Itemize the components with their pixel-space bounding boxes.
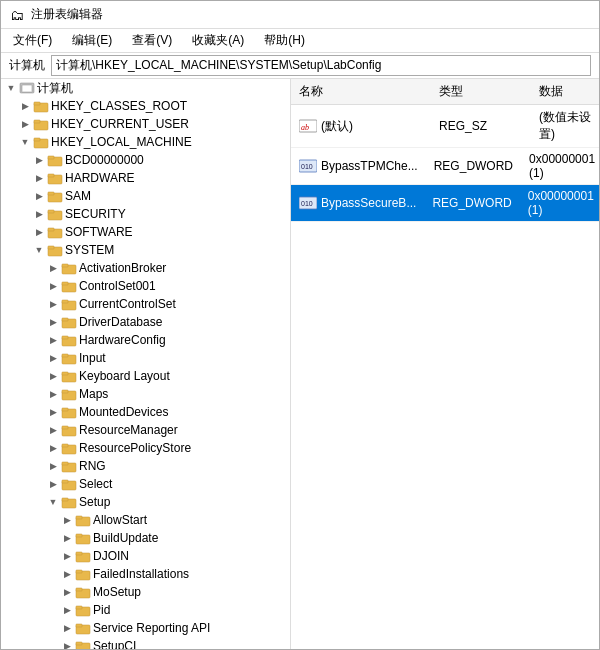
menu-view[interactable]: 查看(V) [128, 31, 176, 50]
detail-name-text-default: (默认) [321, 118, 353, 135]
expand-btn-failedinstallations[interactable]: ▶ [59, 566, 75, 582]
detail-row-bypasstpm[interactable]: 010BypassTPMChe...REG_DWORD0x00000001 (1… [291, 148, 599, 185]
svg-rect-47 [62, 498, 68, 501]
tree-label-resourcepolicystore: ResourcePolicyStore [79, 441, 191, 455]
tree-label-system: SYSTEM [65, 243, 114, 257]
svg-rect-33 [62, 372, 68, 375]
menu-favorites[interactable]: 收藏夹(A) [188, 31, 248, 50]
detail-row-bypasssecure[interactable]: 010BypassSecureB...REG_DWORD0x00000001 (… [291, 185, 599, 222]
header-type: 类型 [431, 81, 531, 102]
tree-item-system[interactable]: ▼SYSTEM [1, 241, 290, 259]
folder-icon-input [61, 351, 77, 365]
tree-item-buildupdate[interactable]: ▶BuildUpdate [1, 529, 290, 547]
detail-row-default[interactable]: ab(默认)REG_SZ(数值未设置) [291, 105, 599, 148]
tree-label-controlset001: ControlSet001 [79, 279, 156, 293]
reg-value-icon-bypasssecure: 010 [299, 196, 317, 210]
tree-item-driverdatabase[interactable]: ▶DriverDatabase [1, 313, 290, 331]
menu-edit[interactable]: 编辑(E) [68, 31, 116, 50]
tree-item-hkcu[interactable]: ▶HKEY_CURRENT_USER [1, 115, 290, 133]
expand-btn-controlset001[interactable]: ▶ [45, 278, 61, 294]
address-path[interactable]: 计算机\HKEY_LOCAL_MACHINE\SYSTEM\Setup\LabC… [51, 55, 591, 76]
menu-file[interactable]: 文件(F) [9, 31, 56, 50]
svg-rect-59 [76, 606, 82, 609]
tree-item-mosetup[interactable]: ▶MoSetup [1, 583, 290, 601]
expand-btn-computer[interactable]: ▼ [3, 80, 19, 96]
expand-btn-sam[interactable]: ▶ [31, 188, 47, 204]
expand-btn-keyboardlayout[interactable]: ▶ [45, 368, 61, 384]
expand-btn-maps[interactable]: ▶ [45, 386, 61, 402]
tree-item-activationbroker[interactable]: ▶ActivationBroker [1, 259, 290, 277]
reg-value-icon-bypasstpm: 010 [299, 159, 317, 173]
folder-icon-resourcepolicystore [61, 441, 77, 455]
tree-item-security[interactable]: ▶SECURITY [1, 205, 290, 223]
expand-btn-setupci[interactable]: ▶ [59, 638, 75, 649]
expand-btn-hardware[interactable]: ▶ [31, 170, 47, 186]
expand-btn-currentcontrolset[interactable]: ▶ [45, 296, 61, 312]
tree-item-hkcr[interactable]: ▶HKEY_CLASSES_ROOT [1, 97, 290, 115]
folder-icon-allowstart [75, 513, 91, 527]
tree-item-bcd[interactable]: ▶BCD00000000 [1, 151, 290, 169]
svg-rect-35 [62, 390, 68, 393]
expand-btn-djoin[interactable]: ▶ [59, 548, 75, 564]
expand-btn-security[interactable]: ▶ [31, 206, 47, 222]
expand-btn-system[interactable]: ▼ [31, 242, 47, 258]
folder-icon-security [47, 207, 63, 221]
expand-btn-mounteddevices[interactable]: ▶ [45, 404, 61, 420]
registry-tree[interactable]: ▼计算机▶HKEY_CLASSES_ROOT▶HKEY_CURRENT_USER… [1, 79, 291, 649]
tree-item-resourcepolicystore[interactable]: ▶ResourcePolicyStore [1, 439, 290, 457]
tree-label-hardware: HARDWARE [65, 171, 135, 185]
expand-btn-servicereportingapi[interactable]: ▶ [59, 620, 75, 636]
svg-text:ab: ab [301, 123, 309, 132]
expand-btn-resourcepolicystore[interactable]: ▶ [45, 440, 61, 456]
tree-item-computer[interactable]: ▼计算机 [1, 79, 290, 97]
reg-value-icon-default: ab [299, 119, 317, 133]
tree-item-maps[interactable]: ▶Maps [1, 385, 290, 403]
expand-btn-input[interactable]: ▶ [45, 350, 61, 366]
tree-item-sam[interactable]: ▶SAM [1, 187, 290, 205]
expand-btn-buildupdate[interactable]: ▶ [59, 530, 75, 546]
tree-item-currentcontrolset[interactable]: ▶CurrentControlSet [1, 295, 290, 313]
expand-btn-hkcu[interactable]: ▶ [17, 116, 33, 132]
tree-item-rng[interactable]: ▶RNG [1, 457, 290, 475]
expand-btn-setup[interactable]: ▼ [45, 494, 61, 510]
tree-item-software_hklm[interactable]: ▶SOFTWARE [1, 223, 290, 241]
tree-label-driverdatabase: DriverDatabase [79, 315, 162, 329]
expand-btn-driverdatabase[interactable]: ▶ [45, 314, 61, 330]
expand-btn-software_hklm[interactable]: ▶ [31, 224, 47, 240]
expand-btn-hklm[interactable]: ▼ [17, 134, 33, 150]
svg-rect-49 [76, 516, 82, 519]
tree-item-allowstart[interactable]: ▶AllowStart [1, 511, 290, 529]
tree-item-hardwareconfig[interactable]: ▶HardwareConfig [1, 331, 290, 349]
folder-icon-driverdatabase [61, 315, 77, 329]
tree-item-resourcemanager[interactable]: ▶ResourceManager [1, 421, 290, 439]
tree-item-pid[interactable]: ▶Pid [1, 601, 290, 619]
svg-rect-7 [34, 138, 40, 141]
tree-item-djoin[interactable]: ▶DJOIN [1, 547, 290, 565]
tree-item-select[interactable]: ▶Select [1, 475, 290, 493]
tree-item-controlset001[interactable]: ▶ControlSet001 [1, 277, 290, 295]
expand-btn-hardwareconfig[interactable]: ▶ [45, 332, 61, 348]
folder-icon-computer [19, 81, 35, 95]
tree-item-hklm[interactable]: ▼HKEY_LOCAL_MACHINE [1, 133, 290, 151]
menu-bar: 文件(F) 编辑(E) 查看(V) 收藏夹(A) 帮助(H) [1, 29, 599, 53]
tree-item-input[interactable]: ▶Input [1, 349, 290, 367]
expand-btn-bcd[interactable]: ▶ [31, 152, 47, 168]
tree-item-mounteddevices[interactable]: ▶MountedDevices [1, 403, 290, 421]
menu-help[interactable]: 帮助(H) [260, 31, 309, 50]
expand-btn-allowstart[interactable]: ▶ [59, 512, 75, 528]
tree-item-hardware[interactable]: ▶HARDWARE [1, 169, 290, 187]
expand-btn-pid[interactable]: ▶ [59, 602, 75, 618]
svg-rect-29 [62, 336, 68, 339]
tree-item-keyboardlayout[interactable]: ▶Keyboard Layout [1, 367, 290, 385]
svg-rect-15 [48, 210, 54, 213]
expand-btn-rng[interactable]: ▶ [45, 458, 61, 474]
tree-item-servicereportingapi[interactable]: ▶Service Reporting API [1, 619, 290, 637]
tree-item-setup[interactable]: ▼Setup [1, 493, 290, 511]
expand-btn-mosetup[interactable]: ▶ [59, 584, 75, 600]
expand-btn-activationbroker[interactable]: ▶ [45, 260, 61, 276]
tree-item-setupci[interactable]: ▶SetupCI [1, 637, 290, 649]
expand-btn-resourcemanager[interactable]: ▶ [45, 422, 61, 438]
tree-item-failedinstallations[interactable]: ▶FailedInstallations [1, 565, 290, 583]
expand-btn-hkcr[interactable]: ▶ [17, 98, 33, 114]
expand-btn-select[interactable]: ▶ [45, 476, 61, 492]
